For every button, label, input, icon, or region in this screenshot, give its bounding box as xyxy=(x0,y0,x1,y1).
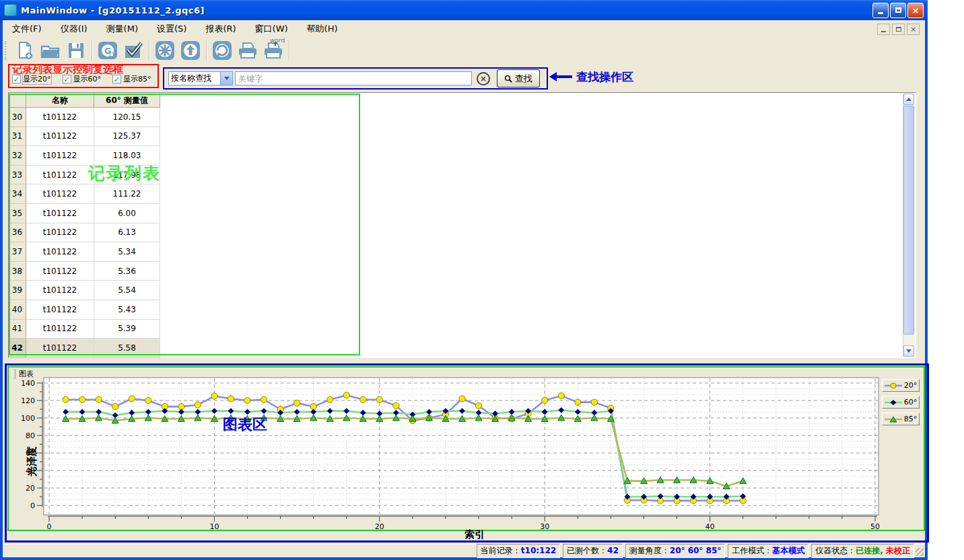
legend-item-60°[interactable]: 60° xyxy=(882,396,920,409)
row-number-cell[interactable]: 36 xyxy=(9,223,26,243)
save-file-button[interactable] xyxy=(63,39,89,62)
value-cell[interactable]: 120.15 xyxy=(94,108,160,127)
name-column-header[interactable]: 名称 xyxy=(26,93,94,108)
name-cell[interactable]: t101122 xyxy=(26,166,94,185)
arrow-up-icon xyxy=(906,95,911,101)
name-cell[interactable]: t101122 xyxy=(26,262,94,281)
menu-item-7[interactable]: 帮助(H) xyxy=(298,20,347,38)
value-cell[interactable]: 125.37 xyxy=(94,127,160,147)
maximize-button[interactable] xyxy=(890,3,906,18)
resize-grip[interactable] xyxy=(916,548,924,556)
chart-annotation-label: 图表区 xyxy=(223,415,267,435)
status-field-2: 已测个数：42 xyxy=(563,544,623,558)
name-cell[interactable]: t101122 xyxy=(26,281,94,300)
value-cell[interactable]: 5.39 xyxy=(94,320,160,339)
legend-item-20°[interactable]: 20° xyxy=(882,379,920,392)
row-number-cell[interactable]: 40 xyxy=(9,300,26,320)
scroll-up-button[interactable] xyxy=(903,94,914,105)
row-number-cell[interactable]: 37 xyxy=(9,242,26,262)
value-cell[interactable]: 5.34 xyxy=(94,242,160,262)
display-checkbox-2[interactable]: ✓显示60° xyxy=(63,74,102,84)
export-word-button[interactable]: word xyxy=(261,39,286,62)
name-cell[interactable]: t101122 xyxy=(26,339,94,358)
table-row[interactable]: 39t1011225.54 xyxy=(9,281,160,300)
record-list-panel: 名称 60° 测量值 30t101122120.1531t101122125.3… xyxy=(8,92,916,358)
name-cell[interactable]: t101122 xyxy=(26,127,94,147)
open-file-button[interactable] xyxy=(38,39,63,62)
table-row[interactable]: 34t101122111.22 xyxy=(9,184,160,204)
find-button[interactable]: 查找 xyxy=(497,69,540,88)
table-row[interactable]: 37t1011225.34 xyxy=(9,242,160,262)
toolbar-grip[interactable] xyxy=(5,41,9,60)
refresh-export-button[interactable] xyxy=(209,39,235,62)
mdi-restore-button[interactable] xyxy=(892,24,905,35)
scroll-down-button[interactable] xyxy=(903,345,914,357)
settings-wheel-button[interactable] xyxy=(152,39,178,62)
minimize-button[interactable] xyxy=(872,3,889,18)
row-number-cell[interactable]: 31 xyxy=(9,127,26,147)
upload-button[interactable] xyxy=(178,39,203,62)
row-number-cell[interactable]: 41 xyxy=(9,320,26,339)
value-cell[interactable]: 6.13 xyxy=(94,223,160,243)
menu-item-6[interactable]: 窗口(W) xyxy=(246,20,298,38)
table-row[interactable]: 36t1011226.13 xyxy=(9,223,160,243)
search-mode-select[interactable]: 按名称查找 xyxy=(168,71,233,85)
vertical-scrollbar[interactable] xyxy=(903,94,915,357)
table-row[interactable]: 42t1011225.58 xyxy=(9,339,160,358)
scrollbar-thumb[interactable] xyxy=(903,106,914,335)
name-cell[interactable]: t101122 xyxy=(26,108,94,127)
menu-item-1[interactable]: 文件(F) xyxy=(3,20,51,38)
legend-marker-icon xyxy=(885,399,902,406)
value-cell[interactable]: 6.00 xyxy=(94,204,160,223)
value-cell[interactable]: 5.58 xyxy=(94,339,160,358)
table-row[interactable]: 35t1011226.00 xyxy=(9,204,160,223)
table-row[interactable]: 40t1011225.43 xyxy=(9,300,160,320)
mdi-close-button[interactable]: × xyxy=(907,24,920,35)
table-row[interactable]: 31t101122125.37 xyxy=(9,127,160,147)
print-button[interactable] xyxy=(235,39,261,62)
toolbar-separator xyxy=(92,40,92,61)
row-number-cell[interactable]: 32 xyxy=(9,146,26,166)
row-number-cell[interactable]: 35 xyxy=(9,204,26,223)
display-checkbox-1[interactable]: ✓显示20° xyxy=(12,74,51,84)
row-number-cell[interactable]: 30 xyxy=(9,108,26,127)
status-value: 已连接, xyxy=(856,546,883,555)
table-row[interactable]: 38t1011225.36 xyxy=(9,262,160,281)
row-number-cell[interactable]: 38 xyxy=(9,262,26,281)
name-cell[interactable]: t101122 xyxy=(26,320,94,339)
clear-search-button[interactable]: × xyxy=(477,72,490,85)
mdi-minimize-button[interactable] xyxy=(877,24,890,35)
value-column-header[interactable]: 60° 测量值 xyxy=(94,93,160,108)
status-bar: 当前记录：t10:122已测个数：42测量角度：20° 60° 85°工作模式：… xyxy=(3,544,925,557)
row-number-cell[interactable]: 39 xyxy=(9,281,26,300)
search-input[interactable] xyxy=(235,71,472,85)
menu-item-4[interactable]: 设置(S) xyxy=(147,20,196,38)
name-cell[interactable]: t101122 xyxy=(26,223,94,243)
name-cell[interactable]: t101122 xyxy=(26,204,94,223)
display-checkbox-3[interactable]: ✓显示85° xyxy=(112,74,151,84)
name-cell[interactable]: t101122 xyxy=(26,300,94,320)
menu-item-5[interactable]: 报表(R) xyxy=(196,20,245,38)
sync-instrument-button[interactable]: G xyxy=(95,39,120,62)
row-number-cell[interactable]: 33 xyxy=(9,166,26,185)
table-row[interactable]: 41t1011225.39 xyxy=(9,320,160,339)
row-number-cell[interactable]: 42 xyxy=(9,339,26,358)
combo-dropdown-button[interactable] xyxy=(220,72,232,85)
value-cell[interactable]: 111.22 xyxy=(94,184,160,204)
measure-check-button[interactable] xyxy=(120,39,146,62)
legend-item-85°[interactable]: 85° xyxy=(882,413,920,425)
menu-item-3[interactable]: 测量(M) xyxy=(97,20,147,38)
name-cell[interactable]: t101122 xyxy=(26,146,94,166)
corner-header-cell xyxy=(9,93,26,108)
close-button[interactable]: × xyxy=(907,3,924,18)
svg-text:20: 20 xyxy=(375,522,384,530)
value-cell[interactable]: 5.54 xyxy=(94,281,160,300)
value-cell[interactable]: 5.43 xyxy=(94,300,160,320)
value-cell[interactable]: 5.36 xyxy=(94,262,160,281)
name-cell[interactable]: t101122 xyxy=(26,184,94,204)
table-row[interactable]: 30t101122120.15 xyxy=(9,108,160,127)
row-number-cell[interactable]: 34 xyxy=(9,184,26,204)
new-file-button[interactable] xyxy=(12,39,38,62)
name-cell[interactable]: t101122 xyxy=(26,242,94,262)
menu-item-2[interactable]: 仪器(I) xyxy=(51,20,97,38)
